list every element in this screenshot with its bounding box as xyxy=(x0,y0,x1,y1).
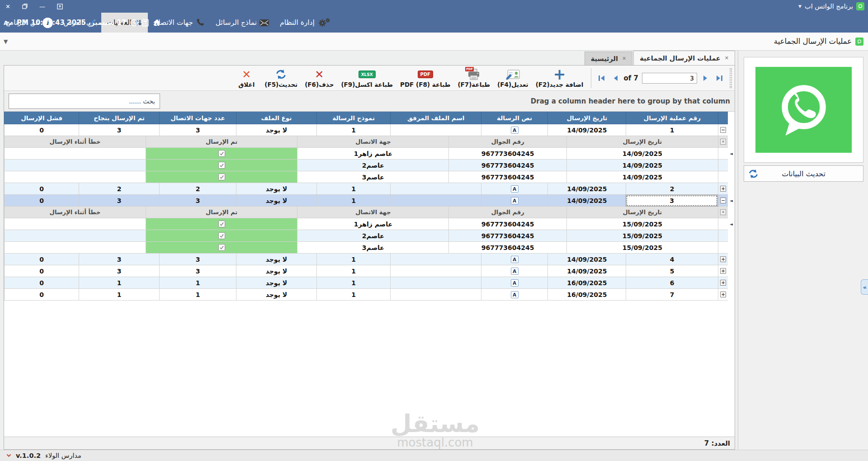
cell-message-text[interactable]: A xyxy=(481,277,547,289)
toolbar-button-2[interactable]: ✕حذف(F6) xyxy=(301,67,337,89)
cell-detail-date[interactable]: 14/09/2025 xyxy=(566,148,718,160)
tab-home[interactable]: ✕ الرئيسية xyxy=(585,52,632,65)
cell-detail-sent[interactable] xyxy=(146,160,297,171)
expand-window-icon[interactable] xyxy=(57,4,63,9)
detail-row[interactable]: 14/09/2025967773604245عاصم2 xyxy=(4,160,735,171)
cell-attachment-name[interactable] xyxy=(390,254,481,265)
cell-message-template[interactable]: 1 xyxy=(316,277,391,289)
cell-detail-error[interactable] xyxy=(4,148,146,160)
cell-detail-phone[interactable]: 967773604245 xyxy=(448,230,566,242)
column-header-id[interactable]: رقم عملية الإرسال xyxy=(626,112,718,124)
cell-file-type[interactable]: لا يوجد xyxy=(236,254,316,265)
cell-detail-phone[interactable]: 967773604245 xyxy=(448,148,566,160)
cell-detail-phone[interactable]: 967773604245 xyxy=(448,171,566,183)
column-header-template[interactable]: نموذج الرسالة xyxy=(316,112,391,124)
toolbar-button-4[interactable]: PDFطباعة PDF (F8) xyxy=(396,67,454,89)
message-text-icon[interactable]: A xyxy=(511,127,519,134)
cell-contact-count[interactable]: 1 xyxy=(159,277,236,289)
cell-send-date[interactable]: 14/09/2025 xyxy=(547,183,626,195)
checkbox-checked-icon[interactable] xyxy=(218,221,225,227)
toolbar-button-6[interactable]: تعديل(F4) xyxy=(494,67,532,89)
cell-detail-contact[interactable]: عاصم زاهر1 xyxy=(297,218,448,230)
menu-item-0[interactable]: إدارة النظام xyxy=(274,13,336,33)
last-record-icon[interactable] xyxy=(714,74,724,83)
cell-send-failed[interactable]: 0 xyxy=(4,254,79,265)
cell-file-type[interactable]: لا يوجد xyxy=(236,124,316,136)
title-dropdown-icon[interactable]: ▼ xyxy=(798,4,802,9)
detail-column-header-phone[interactable]: رقم الجوال xyxy=(448,136,566,148)
cell-detail-phone[interactable]: 967773604245 xyxy=(448,242,566,254)
detail-row[interactable]: 14/09/2025967773604245عاصم3 xyxy=(4,171,735,183)
cell-attachment-name[interactable] xyxy=(390,277,481,289)
cell-send-failed[interactable]: 0 xyxy=(4,195,79,207)
close-tab-icon[interactable]: ✕ xyxy=(725,55,729,61)
calculator-icon[interactable] xyxy=(142,19,149,27)
cell-send-date[interactable]: 14/09/2025 xyxy=(547,124,626,136)
table-row[interactable]: ◄−314/09/2025A1لا يوجد330 xyxy=(4,195,735,207)
cell-sent-success[interactable]: 3 xyxy=(79,254,159,265)
language-edit-icon[interactable]: A xyxy=(4,19,13,26)
cell-message-text[interactable]: A xyxy=(481,195,547,207)
cell-message-text[interactable]: A xyxy=(481,289,547,301)
cell-sent-success[interactable]: 3 xyxy=(79,124,159,136)
cell-message-template[interactable]: 1 xyxy=(316,265,391,277)
expand-row-icon[interactable]: + xyxy=(718,254,728,265)
cell-send-date[interactable]: 14/09/2025 xyxy=(547,254,626,265)
tab-bulk-send-operations[interactable]: ✕ عمليات الإرسال الجماعية xyxy=(633,51,735,65)
sidebar-collapse-icon[interactable]: « xyxy=(861,279,868,295)
checkbox-checked-icon[interactable] xyxy=(218,162,225,169)
cell-attachment-name[interactable] xyxy=(390,195,481,207)
menu-item-1[interactable]: نماذج الرسائل xyxy=(210,13,274,33)
cell-detail-contact[interactable]: عاصم2 xyxy=(297,230,448,242)
detail-row[interactable]: ◄15/09/2025967773604245عاصم زاهر1 xyxy=(4,218,735,230)
cell-message-text[interactable]: A xyxy=(481,183,547,195)
column-header-date[interactable]: تاريخ الإرسال xyxy=(547,112,626,124)
cell-detail-date[interactable]: 15/09/2025 xyxy=(566,230,718,242)
cell-detail-error[interactable] xyxy=(4,242,146,254)
cell-send-operation-id[interactable]: 4 xyxy=(626,254,718,265)
table-row[interactable]: +214/09/2025A1لا يوجد220 xyxy=(4,183,735,195)
table-row[interactable]: +514/09/2025A1لا يوجد330 xyxy=(4,265,735,277)
cell-send-operation-id[interactable]: 3 xyxy=(626,195,718,207)
cell-send-failed[interactable]: 0 xyxy=(4,289,79,301)
cell-detail-contact[interactable]: عاصم3 xyxy=(297,242,448,254)
table-row[interactable]: +616/09/2025A1لا يوجد110 xyxy=(4,277,735,289)
expand-row-icon[interactable]: + xyxy=(718,289,728,301)
refresh-data-button[interactable]: تحديث البيانات xyxy=(744,165,863,182)
cell-sent-success[interactable]: 3 xyxy=(79,195,159,207)
column-header-sent_ok[interactable]: تم الإرسال بنجاح xyxy=(79,112,159,124)
cell-send-operation-id[interactable]: 1 xyxy=(626,124,718,136)
cell-detail-sent[interactable] xyxy=(146,171,297,183)
cell-contact-count[interactable]: 3 xyxy=(159,195,236,207)
cell-file-type[interactable]: لا يوجد xyxy=(236,195,316,207)
detail-column-header-contact[interactable]: جهة الاتصال xyxy=(297,207,448,218)
detail-row[interactable]: 15/09/2025967773604245عاصم2 xyxy=(4,230,735,242)
cell-file-type[interactable]: لا يوجد xyxy=(236,289,316,301)
cell-attachment-name[interactable] xyxy=(390,265,481,277)
cell-file-type[interactable]: لا يوجد xyxy=(236,277,316,289)
toolbar-button-1[interactable]: تحديث(F5) xyxy=(261,67,301,89)
cell-detail-error[interactable] xyxy=(4,218,146,230)
column-header-file_type[interactable]: نوع الملف xyxy=(236,112,316,124)
cell-send-operation-id[interactable]: 5 xyxy=(626,265,718,277)
cell-message-text[interactable]: A xyxy=(481,254,547,265)
next-record-icon[interactable] xyxy=(701,74,711,83)
cell-send-date[interactable]: 14/09/2025 xyxy=(547,195,626,207)
cell-detail-contact[interactable]: عاصم زاهر1 xyxy=(297,148,448,160)
status-dropdown-icon[interactable] xyxy=(6,454,11,457)
cell-file-type[interactable]: لا يوجد xyxy=(236,183,316,195)
toolbar-button-3[interactable]: XLSXطباعة اكسل(F9) xyxy=(337,67,396,89)
cell-sent-success[interactable]: 1 xyxy=(79,277,159,289)
previous-record-icon[interactable] xyxy=(610,74,620,83)
cell-detail-sent[interactable] xyxy=(146,148,297,160)
message-text-icon[interactable]: A xyxy=(511,291,519,298)
toolbar-button-0[interactable]: ✕اغلاق xyxy=(232,67,261,89)
cell-sent-success[interactable]: 2 xyxy=(79,183,159,195)
cell-message-template[interactable]: 1 xyxy=(316,289,391,301)
section-collapse-icon[interactable]: ▼ xyxy=(4,38,8,45)
cell-contact-count[interactable]: 3 xyxy=(159,265,236,277)
cell-detail-error[interactable] xyxy=(4,230,146,242)
checkbox-checked-icon[interactable] xyxy=(218,244,225,251)
cell-detail-phone[interactable]: 967773604245 xyxy=(448,160,566,171)
cell-attachment-name[interactable] xyxy=(390,289,481,301)
